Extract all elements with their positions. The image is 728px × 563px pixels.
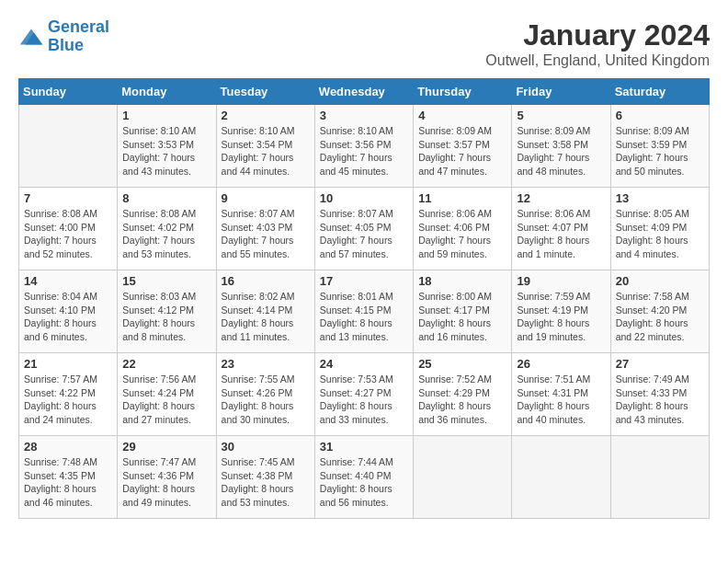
location-title: Outwell, England, United Kingdom: [485, 52, 710, 69]
calendar-week-row: 28Sunrise: 7:48 AMSunset: 4:35 PMDayligh…: [19, 436, 710, 519]
page-header: General Blue January 2024 Outwell, Engla…: [18, 18, 710, 69]
calendar-header-row: SundayMondayTuesdayWednesdayThursdayFrid…: [19, 79, 710, 105]
day-number: 2: [222, 109, 310, 122]
calendar-week-row: 14Sunrise: 8:04 AMSunset: 4:10 PMDayligh…: [19, 270, 710, 353]
day-number: 18: [418, 274, 506, 288]
calendar-week-row: 7Sunrise: 8:08 AMSunset: 4:00 PMDaylight…: [19, 188, 710, 270]
calendar-cell: [19, 105, 118, 188]
day-info: Sunrise: 8:09 AMSunset: 3:58 PMDaylight:…: [517, 124, 605, 178]
day-number: 12: [517, 191, 605, 205]
day-info: Sunrise: 7:58 AMSunset: 4:20 PMDaylight:…: [616, 290, 704, 344]
day-number: 20: [616, 274, 704, 288]
day-number: 10: [320, 191, 408, 205]
day-info: Sunrise: 8:08 AMSunset: 4:02 PMDaylight:…: [122, 207, 210, 261]
calendar-cell: 11Sunrise: 8:06 AMSunset: 4:06 PMDayligh…: [414, 188, 512, 270]
day-number: 23: [222, 357, 310, 371]
day-number: 24: [320, 357, 408, 371]
day-number: 26: [517, 357, 605, 371]
day-info: Sunrise: 8:10 AMSunset: 3:56 PMDaylight:…: [320, 124, 408, 178]
day-info: Sunrise: 7:45 AMSunset: 4:38 PMDaylight:…: [222, 455, 310, 510]
day-header-tuesday: Tuesday: [216, 79, 314, 105]
day-info: Sunrise: 8:01 AMSunset: 4:15 PMDaylight:…: [320, 290, 408, 344]
calendar-cell: 6Sunrise: 8:09 AMSunset: 3:59 PMDaylight…: [610, 105, 709, 188]
day-number: 16: [222, 274, 310, 288]
calendar-cell: 25Sunrise: 7:52 AMSunset: 4:29 PMDayligh…: [414, 353, 512, 436]
calendar-cell: 12Sunrise: 8:06 AMSunset: 4:07 PMDayligh…: [512, 188, 610, 270]
calendar-cell: 24Sunrise: 7:53 AMSunset: 4:27 PMDayligh…: [314, 353, 413, 436]
calendar-cell: 29Sunrise: 7:47 AMSunset: 4:36 PMDayligh…: [118, 436, 216, 519]
day-info: Sunrise: 7:56 AMSunset: 4:24 PMDaylight:…: [122, 373, 210, 427]
day-number: 4: [418, 109, 506, 122]
day-number: 15: [122, 274, 210, 288]
calendar-cell: 17Sunrise: 8:01 AMSunset: 4:15 PMDayligh…: [314, 270, 413, 353]
day-info: Sunrise: 8:07 AMSunset: 4:03 PMDaylight:…: [222, 207, 310, 261]
day-number: 22: [122, 357, 210, 371]
month-title: January 2024: [485, 18, 710, 52]
calendar-cell: 27Sunrise: 7:49 AMSunset: 4:33 PMDayligh…: [610, 353, 709, 436]
day-info: Sunrise: 7:53 AMSunset: 4:27 PMDaylight:…: [320, 373, 408, 427]
calendar-cell: 14Sunrise: 8:04 AMSunset: 4:10 PMDayligh…: [19, 270, 118, 353]
calendar-cell: [610, 436, 709, 519]
calendar-cell: 19Sunrise: 7:59 AMSunset: 4:19 PMDayligh…: [512, 270, 610, 353]
day-number: 11: [418, 191, 506, 205]
day-number: 3: [320, 109, 408, 122]
day-header-sunday: Sunday: [19, 79, 118, 105]
calendar-cell: 22Sunrise: 7:56 AMSunset: 4:24 PMDayligh…: [118, 353, 216, 436]
calendar-table: SundayMondayTuesdayWednesdayThursdayFrid…: [18, 78, 710, 519]
calendar-cell: [512, 436, 610, 519]
day-info: Sunrise: 8:09 AMSunset: 3:59 PMDaylight:…: [616, 124, 704, 178]
day-number: 7: [24, 191, 112, 205]
day-info: Sunrise: 8:10 AMSunset: 3:54 PMDaylight:…: [222, 124, 310, 178]
day-info: Sunrise: 7:59 AMSunset: 4:19 PMDaylight:…: [517, 290, 605, 344]
day-number: 21: [24, 357, 112, 371]
calendar-cell: 9Sunrise: 8:07 AMSunset: 4:03 PMDaylight…: [216, 188, 314, 270]
day-info: Sunrise: 8:03 AMSunset: 4:12 PMDaylight:…: [122, 290, 210, 344]
day-number: 19: [517, 274, 605, 288]
calendar-cell: 10Sunrise: 8:07 AMSunset: 4:05 PMDayligh…: [314, 188, 413, 270]
day-header-friday: Friday: [512, 79, 610, 105]
day-info: Sunrise: 7:48 AMSunset: 4:35 PMDaylight:…: [24, 455, 112, 510]
calendar-cell: 3Sunrise: 8:10 AMSunset: 3:56 PMDaylight…: [314, 105, 413, 188]
calendar-cell: 28Sunrise: 7:48 AMSunset: 4:35 PMDayligh…: [19, 436, 118, 519]
calendar-week-row: 21Sunrise: 7:57 AMSunset: 4:22 PMDayligh…: [19, 353, 710, 436]
calendar-cell: [414, 436, 512, 519]
day-info: Sunrise: 8:06 AMSunset: 4:07 PMDaylight:…: [517, 207, 605, 261]
title-area: January 2024 Outwell, England, United Ki…: [485, 18, 710, 69]
day-info: Sunrise: 8:06 AMSunset: 4:06 PMDaylight:…: [418, 207, 506, 261]
calendar-cell: 18Sunrise: 8:00 AMSunset: 4:17 PMDayligh…: [414, 270, 512, 353]
logo: General Blue: [18, 18, 109, 55]
day-info: Sunrise: 7:57 AMSunset: 4:22 PMDaylight:…: [24, 373, 112, 427]
day-number: 27: [616, 357, 704, 371]
calendar-cell: 8Sunrise: 8:08 AMSunset: 4:02 PMDaylight…: [118, 188, 216, 270]
calendar-cell: 23Sunrise: 7:55 AMSunset: 4:26 PMDayligh…: [216, 353, 314, 436]
day-info: Sunrise: 7:52 AMSunset: 4:29 PMDaylight:…: [418, 373, 506, 427]
day-info: Sunrise: 7:44 AMSunset: 4:40 PMDaylight:…: [320, 455, 408, 510]
calendar-cell: 2Sunrise: 8:10 AMSunset: 3:54 PMDaylight…: [216, 105, 314, 188]
day-number: 13: [616, 191, 704, 205]
calendar-body: 1Sunrise: 8:10 AMSunset: 3:53 PMDaylight…: [19, 105, 710, 519]
day-number: 30: [222, 440, 310, 454]
day-number: 8: [122, 191, 210, 205]
calendar-cell: 26Sunrise: 7:51 AMSunset: 4:31 PMDayligh…: [512, 353, 610, 436]
day-info: Sunrise: 7:55 AMSunset: 4:26 PMDaylight:…: [222, 373, 310, 427]
day-number: 1: [122, 109, 210, 122]
day-header-saturday: Saturday: [610, 79, 709, 105]
day-header-thursday: Thursday: [414, 79, 512, 105]
day-number: 25: [418, 357, 506, 371]
day-number: 5: [517, 109, 605, 122]
day-info: Sunrise: 8:02 AMSunset: 4:14 PMDaylight:…: [222, 290, 310, 344]
day-number: 14: [24, 274, 112, 288]
day-header-wednesday: Wednesday: [314, 79, 413, 105]
day-info: Sunrise: 8:07 AMSunset: 4:05 PMDaylight:…: [320, 207, 408, 261]
day-number: 28: [24, 440, 112, 454]
calendar-cell: 13Sunrise: 8:05 AMSunset: 4:09 PMDayligh…: [610, 188, 709, 270]
calendar-cell: 15Sunrise: 8:03 AMSunset: 4:12 PMDayligh…: [118, 270, 216, 353]
logo-line1: General: [48, 17, 109, 36]
day-number: 29: [122, 440, 210, 454]
calendar-cell: 4Sunrise: 8:09 AMSunset: 3:57 PMDaylight…: [414, 105, 512, 188]
calendar-cell: 7Sunrise: 8:08 AMSunset: 4:00 PMDaylight…: [19, 188, 118, 270]
calendar-cell: 16Sunrise: 8:02 AMSunset: 4:14 PMDayligh…: [216, 270, 314, 353]
day-number: 9: [222, 191, 310, 205]
day-number: 6: [616, 109, 704, 122]
day-info: Sunrise: 8:08 AMSunset: 4:00 PMDaylight:…: [24, 207, 112, 261]
